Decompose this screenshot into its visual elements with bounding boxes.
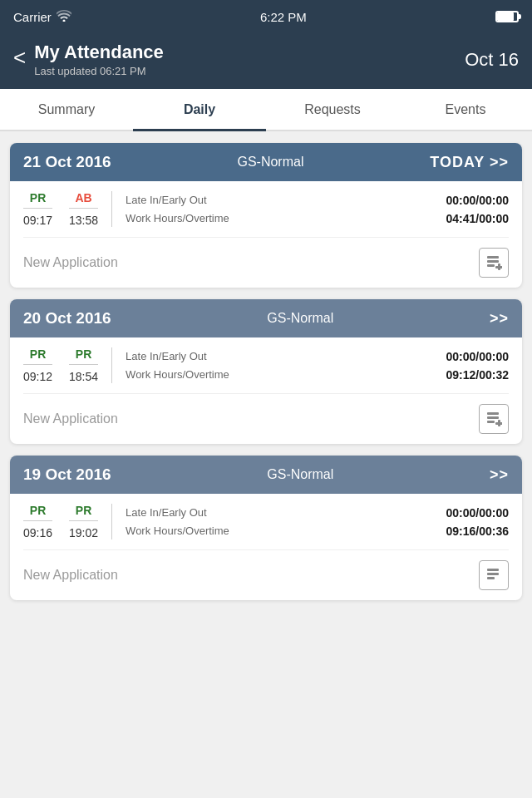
day-header-oct20[interactable]: 20 Oct 2016 GS-Normal >> xyxy=(10,299,522,337)
day-header-oct19[interactable]: 19 Oct 2016 GS-Normal >> xyxy=(10,456,522,494)
svg-rect-0 xyxy=(487,256,499,259)
tab-events[interactable]: Events xyxy=(399,91,532,131)
new-app-label-oct19: New Application xyxy=(23,568,118,583)
attendance-row-oct19: PR 09:16 PR 19:02 Late In/Early Out 00:0… xyxy=(23,504,509,539)
stat-workhours-label-oct21: Work Hours/Overtime xyxy=(126,212,229,224)
new-app-icon-oct21[interactable] xyxy=(479,248,509,278)
last-updated: Last updated 06:21 PM xyxy=(34,65,164,77)
new-application-oct21[interactable]: New Application xyxy=(23,237,509,288)
day-date-oct21: 21 Oct 2016 xyxy=(23,153,111,171)
stat-latein-value-oct19: 00:00/00:00 xyxy=(446,506,509,520)
attendance-row-oct21: PR 09:17 AB 13:58 Late In/Early Out 00:0… xyxy=(23,191,509,227)
punch-in-label-oct20: PR xyxy=(23,347,52,365)
stat-workhours-value-oct20: 09:12/00:32 xyxy=(446,368,509,382)
status-bar: Carrier 6:22 PM xyxy=(0,0,532,33)
punch-group-oct21: PR 09:17 AB 13:58 xyxy=(23,191,112,227)
punch-in-time-oct19: 09:16 xyxy=(23,526,52,539)
svg-rect-2 xyxy=(487,264,495,267)
punch-out-label-oct20: PR xyxy=(69,347,98,365)
svg-rect-7 xyxy=(487,421,495,423)
punch-out-time-oct21: 13:58 xyxy=(69,214,98,227)
svg-rect-5 xyxy=(487,412,499,415)
new-application-oct20[interactable]: New Application xyxy=(23,393,509,444)
new-application-oct19[interactable]: New Application xyxy=(23,549,509,600)
stat-workhours-value-oct21: 04:41/00:00 xyxy=(446,212,509,225)
day-date-oct19: 19 Oct 2016 xyxy=(23,466,111,484)
header-date: Oct 16 xyxy=(465,49,519,71)
punch-out-label-oct19: PR xyxy=(69,504,98,521)
punch-group-oct19: PR 09:16 PR 19:02 xyxy=(23,504,112,539)
day-nav-oct21: TODAY >> xyxy=(430,154,509,171)
stat-latein-value-oct21: 00:00/00:00 xyxy=(446,194,509,207)
punch-in-oct21: PR 09:17 xyxy=(23,191,52,227)
tab-requests[interactable]: Requests xyxy=(266,91,399,131)
attendance-row-oct20: PR 09:12 PR 18:54 Late In/Early Out 00:0… xyxy=(23,347,509,383)
punch-out-label-oct21: AB xyxy=(69,191,98,209)
svg-rect-9 xyxy=(495,422,502,425)
stat-workhours-label-oct19: Work Hours/Overtime xyxy=(126,525,229,537)
day-schedule-oct21: GS-Normal xyxy=(237,155,303,170)
new-app-icon-oct20[interactable] xyxy=(479,404,509,434)
tab-daily[interactable]: Daily xyxy=(133,91,266,131)
svg-rect-6 xyxy=(487,416,499,419)
battery-icon xyxy=(495,11,519,22)
punch-in-time-oct20: 09:12 xyxy=(23,370,52,383)
day-card-oct19: 19 Oct 2016 GS-Normal >> PR 09:16 PR 19:… xyxy=(10,456,522,600)
svg-rect-4 xyxy=(495,266,502,268)
tab-summary[interactable]: Summary xyxy=(0,91,133,131)
app-header: < My Attendance Last updated 06:21 PM Oc… xyxy=(0,33,532,89)
stat-workhours-value-oct19: 09:16/00:36 xyxy=(446,525,509,538)
stat-latein-label-oct19: Late In/Early Out xyxy=(126,506,207,519)
punch-out-oct19: PR 19:02 xyxy=(69,504,98,539)
punch-out-oct21: AB 13:58 xyxy=(69,191,98,227)
day-date-oct20: 20 Oct 2016 xyxy=(23,309,111,328)
back-button[interactable]: < xyxy=(13,45,26,71)
new-app-label-oct21: New Application xyxy=(23,255,118,270)
day-schedule-oct20: GS-Normal xyxy=(267,311,333,326)
page-title: My Attendance xyxy=(34,42,164,63)
new-app-label-oct20: New Application xyxy=(23,411,118,426)
day-body-oct21: PR 09:17 AB 13:58 Late In/Early Out 00:0… xyxy=(10,181,522,288)
stats-group-oct19: Late In/Early Out 00:00/00:00 Work Hours… xyxy=(126,504,509,539)
stat-latein-oct20: Late In/Early Out 00:00/00:00 xyxy=(126,350,509,363)
new-app-icon-oct19[interactable] xyxy=(479,560,509,590)
svg-rect-10 xyxy=(487,569,499,571)
stat-workhours-label-oct20: Work Hours/Overtime xyxy=(126,368,229,381)
svg-rect-11 xyxy=(487,573,499,575)
punch-out-time-oct19: 19:02 xyxy=(69,526,98,539)
wifi-icon xyxy=(57,10,71,24)
carrier-label: Carrier xyxy=(13,10,52,24)
svg-rect-12 xyxy=(487,577,495,579)
stat-latein-oct19: Late In/Early Out 00:00/00:00 xyxy=(126,506,509,520)
tab-bar: Summary Daily Requests Events xyxy=(0,89,532,131)
carrier-wifi: Carrier xyxy=(13,10,71,24)
stat-latein-value-oct20: 00:00/00:00 xyxy=(446,350,509,363)
svg-rect-1 xyxy=(487,260,499,263)
day-card-oct20: 20 Oct 2016 GS-Normal >> PR 09:12 PR 18:… xyxy=(10,299,522,444)
stats-group-oct21: Late In/Early Out 00:00/00:00 Work Hours… xyxy=(126,191,509,227)
stat-workhours-oct21: Work Hours/Overtime 04:41/00:00 xyxy=(126,212,509,225)
day-body-oct19: PR 09:16 PR 19:02 Late In/Early Out 00:0… xyxy=(10,494,522,600)
punch-out-oct20: PR 18:54 xyxy=(69,347,98,383)
punch-in-label-oct21: PR xyxy=(23,191,52,209)
stat-latein-oct21: Late In/Early Out 00:00/00:00 xyxy=(126,194,509,207)
day-nav-oct19: >> xyxy=(490,466,509,484)
stat-workhours-oct20: Work Hours/Overtime 09:12/00:32 xyxy=(126,368,509,382)
punch-in-time-oct21: 09:17 xyxy=(23,214,52,227)
day-body-oct20: PR 09:12 PR 18:54 Late In/Early Out 00:0… xyxy=(10,337,522,444)
punch-in-oct19: PR 09:16 xyxy=(23,504,52,539)
time-label: 6:22 PM xyxy=(260,10,307,24)
stat-workhours-oct19: Work Hours/Overtime 09:16/00:36 xyxy=(126,525,509,538)
stats-group-oct20: Late In/Early Out 00:00/00:00 Work Hours… xyxy=(126,347,509,383)
punch-in-oct20: PR 09:12 xyxy=(23,347,52,383)
stat-latein-label-oct20: Late In/Early Out xyxy=(126,350,207,362)
day-card-oct21: 21 Oct 2016 GS-Normal TODAY >> PR 09:17 … xyxy=(10,143,522,288)
day-header-oct21[interactable]: 21 Oct 2016 GS-Normal TODAY >> xyxy=(10,143,522,181)
day-nav-oct20: >> xyxy=(490,310,509,328)
punch-in-label-oct19: PR xyxy=(23,504,52,521)
main-content: 21 Oct 2016 GS-Normal TODAY >> PR 09:17 … xyxy=(0,131,532,612)
stat-latein-label-oct21: Late In/Early Out xyxy=(126,194,207,206)
punch-group-oct20: PR 09:12 PR 18:54 xyxy=(23,347,112,383)
day-schedule-oct19: GS-Normal xyxy=(267,467,333,482)
punch-out-time-oct20: 18:54 xyxy=(69,370,98,383)
